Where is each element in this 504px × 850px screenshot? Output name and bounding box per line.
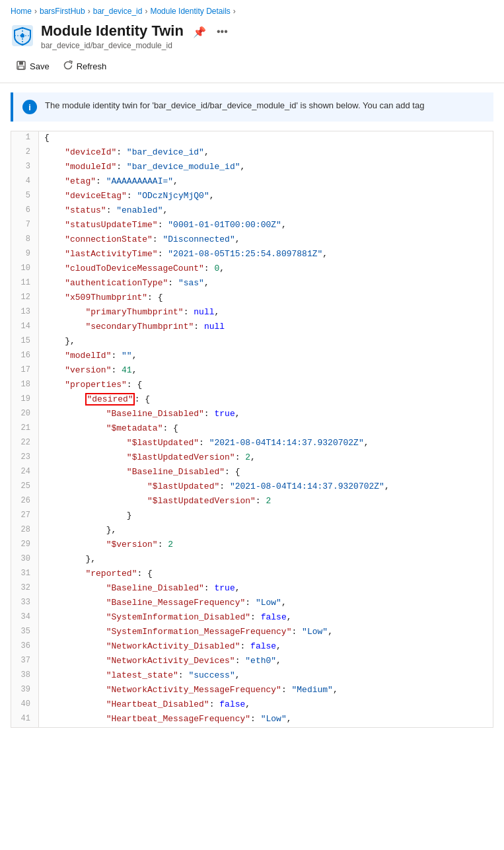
json-line-40: 40 "Heartbeat_Disabled": false, [11,698,493,713]
line-content: }, [39,553,96,567]
refresh-icon [63,60,73,73]
line-number: 20 [11,407,39,422]
line-content: "Baseline_Disabled": true, [39,582,240,596]
line-number: 38 [11,669,39,684]
json-line-13: 13 "primaryThumbprint": null, [11,306,493,320]
json-line-5: 5 "deviceEtag": "ODczNjcyMjQ0", [11,190,493,204]
line-number: 27 [11,509,39,524]
breadcrumb-hub[interactable]: barsFirstHub [40,7,85,16]
line-content: }, [39,524,116,538]
line-number: 32 [11,582,39,596]
line-content: "properties": { [39,378,142,393]
line-number: 18 [11,378,39,393]
json-line-39: 39 "NetworkActivity_MessageFrequency": "… [11,684,493,698]
line-number: 13 [11,306,39,320]
line-content: "NetworkActivity_MessageFrequency": "Med… [39,684,338,698]
line-number: 41 [11,713,39,727]
line-number: 30 [11,553,39,567]
line-number: 8 [11,233,39,248]
line-content: "SystemInformation_Disabled": false, [39,611,292,625]
line-content: "Heartbeat_Disabled": false, [39,698,250,713]
json-line-12: 12 "x509Thumbprint": { [11,291,493,306]
save-button[interactable]: Save [11,57,55,76]
json-line-32: 32 "Baseline_Disabled": true, [11,582,493,596]
line-content: "$version": 2 [39,538,173,553]
line-number: 10 [11,262,39,277]
json-line-18: 18 "properties": { [11,378,493,393]
json-line-35: 35 "SystemInformation_MessageFrequency":… [11,625,493,640]
line-content: } [39,509,132,524]
json-line-3: 3 "moduleId": "bar_device_module_id", [11,160,493,175]
json-line-21: 21 "$metadata": { [11,422,493,437]
line-content: "latest_state": "success", [39,669,240,684]
json-line-34: 34 "SystemInformation_Disabled": false, [11,611,493,625]
info-icon: i [22,100,37,114]
json-line-25: 25 "$lastUpdated": "2021-08-04T14:14:37.… [11,480,493,495]
json-line-6: 6 "status": "enabled", [11,204,493,219]
line-number: 11 [11,277,39,291]
page-subtitle: bar_device_id/bar_device_module_id [41,41,493,50]
line-number: 26 [11,495,39,509]
line-content: "NetworkActivity_Devices": "eth0", [39,655,281,669]
line-content: "statusUpdateTime": "0001-01-01T00:00:00… [39,219,287,233]
page-header-content: Module Identity Twin 📌 ••• bar_device_id… [41,22,493,50]
line-number: 21 [11,422,39,437]
line-number: 6 [11,204,39,219]
line-number: 7 [11,219,39,233]
line-number: 19 [11,393,39,407]
refresh-label: Refresh [77,61,107,71]
info-banner-text: The module identity twin for 'bar_device… [45,99,424,112]
line-content: "Baseline_Disabled": true, [39,407,240,422]
json-line-15: 15 }, [11,335,493,349]
line-content: "cloudToDeviceMessageCount": 0, [39,262,225,277]
json-line-2: 2 "deviceId": "bar_device_id", [11,146,493,160]
line-number: 24 [11,466,39,480]
line-number: 4 [11,175,39,190]
json-line-38: 38 "latest_state": "success", [11,669,493,684]
json-line-17: 17 "version": 41, [11,364,493,378]
line-content: "deviceEtag": "ODczNjcyMjQ0", [39,190,215,204]
json-line-36: 36 "NetworkActivity_Disabled": false, [11,640,493,655]
json-line-11: 11 "authenticationType": "sas", [11,277,493,291]
json-line-31: 31 "reported": { [11,567,493,582]
line-content: "$lastUpdated": "2021-08-04T14:14:37.932… [39,480,390,495]
line-number: 14 [11,320,39,335]
json-line-27: 27 } [11,509,493,524]
line-number: 16 [11,349,39,364]
line-number: 39 [11,684,39,698]
more-options-button[interactable]: ••• [214,24,231,39]
line-content: "$metadata": { [39,422,178,437]
line-number: 17 [11,364,39,378]
line-number: 35 [11,625,39,640]
line-content: "$lastUpdated": "2021-08-04T14:14:37.932… [39,437,369,451]
breadcrumb-device[interactable]: bar_device_id [93,7,143,16]
line-number: 33 [11,596,39,611]
line-content: "Baseline_Disabled": { [39,466,240,480]
line-number: 2 [11,146,39,160]
line-number: 9 [11,248,39,262]
breadcrumb-module-identity[interactable]: Module Identity Details [150,7,230,16]
pin-icon: 📌 [193,26,206,38]
breadcrumb-home[interactable]: Home [11,7,32,16]
json-line-37: 37 "NetworkActivity_Devices": "eth0", [11,655,493,669]
line-number: 15 [11,335,39,349]
json-line-16: 16 "modelId": "", [11,349,493,364]
line-content: "moduleId": "bar_device_module_id", [39,160,245,175]
line-content: "primaryThumbprint": null, [39,306,219,320]
page-header: Module Identity Twin 📌 ••• bar_device_id… [0,20,504,50]
line-number: 31 [11,567,39,582]
line-content: "status": "enabled", [39,204,168,219]
pin-button[interactable]: 📌 [190,24,209,40]
line-content: "Heartbeat_MessageFrequency": "Low", [39,713,292,727]
refresh-button[interactable]: Refresh [57,57,112,76]
save-icon [16,60,26,73]
json-line-4: 4 "etag": "AAAAAAAAAI=", [11,175,493,190]
json-line-23: 23 "$lastUpdatedVersion": 2, [11,451,493,466]
json-line-20: 20 "Baseline_Disabled": true, [11,407,493,422]
json-line-28: 28 }, [11,524,493,538]
json-editor[interactable]: 1{2 "deviceId": "bar_device_id",3 "modul… [11,131,493,728]
json-line-33: 33 "Baseline_MessageFrequency": "Low", [11,596,493,611]
line-content: "authenticationType": "sas", [39,277,209,291]
line-number: 25 [11,480,39,495]
line-content: "modelId": "", [39,349,137,364]
